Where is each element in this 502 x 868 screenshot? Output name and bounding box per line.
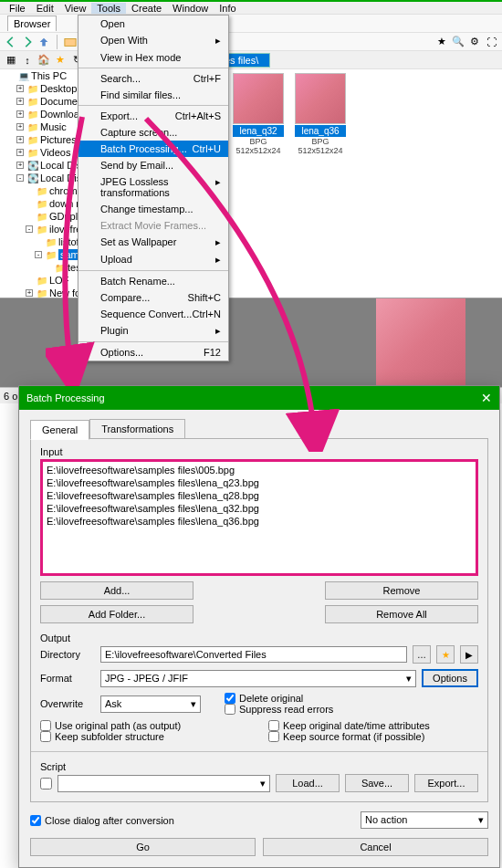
keep-source-format-checkbox[interactable]: [268, 731, 279, 742]
next-dir-icon[interactable]: ▶: [460, 645, 478, 664]
favorite-dir-icon[interactable]: ★: [436, 645, 455, 664]
menu-item[interactable]: Batch Processing...Ctrl+U: [78, 141, 228, 157]
keep-date-checkbox[interactable]: [268, 720, 279, 731]
overwrite-select[interactable]: Ask▾: [100, 695, 201, 713]
thumbnail[interactable]: lena_q36BPG512x512x24: [295, 73, 346, 155]
menu-item[interactable]: JPEG Lossless transformations▸: [78, 173, 228, 201]
tab-general[interactable]: General: [30, 420, 89, 440]
menu-item[interactable]: Open With▸: [78, 32, 228, 49]
folder-icon[interactable]: [63, 35, 78, 49]
go-button[interactable]: Go: [30, 838, 256, 856]
star-icon[interactable]: ★: [434, 35, 449, 49]
menu-item[interactable]: Options...F12: [78, 344, 228, 361]
script-checkbox[interactable]: [40, 778, 52, 790]
menu-item[interactable]: Capture screen...: [78, 124, 228, 141]
input-file-list[interactable]: E:\ilovefreesoftware\samples files\005.b…: [40, 459, 478, 576]
menu-create[interactable]: Create: [126, 3, 167, 14]
preview-pane: [0, 298, 502, 387]
directory-field[interactable]: E:\ilovefreesoftware\Converted Files: [100, 646, 407, 663]
view-icon[interactable]: ▦: [4, 53, 18, 68]
save-script-button[interactable]: Save...: [345, 774, 409, 792]
menu-item[interactable]: Set as Wallpaper▸: [78, 234, 228, 251]
menu-item[interactable]: Extract Movie Frames...: [78, 217, 228, 234]
menu-info[interactable]: Info: [214, 3, 241, 14]
batch-processing-dialog: Batch Processing ✕ General Transformatio…: [18, 385, 500, 868]
tab-transformations[interactable]: Transformations: [89, 419, 185, 439]
chevron-down-icon: ▾: [478, 814, 484, 826]
suppress-errors-checkbox[interactable]: [225, 704, 235, 715]
original-path-checkbox[interactable]: [40, 720, 51, 731]
menu-item[interactable]: Search...Ctrl+F: [78, 70, 228, 87]
list-item[interactable]: E:\ilovefreesoftware\samples files\lena_…: [47, 489, 472, 502]
fullscreen-icon[interactable]: ⛶: [484, 35, 498, 49]
list-item[interactable]: E:\ilovefreesoftware\samples files\005.b…: [47, 464, 472, 476]
tab-browser[interactable]: Browser: [7, 16, 57, 31]
menu-item[interactable]: Sequence Convert...Ctrl+N: [78, 306, 228, 322]
script-label: Script: [40, 761, 478, 772]
menu-item[interactable]: Batch Rename...: [78, 273, 228, 289]
sort-icon[interactable]: ↕: [20, 53, 35, 68]
dialog-tabs: General Transformations: [30, 419, 488, 439]
browse-button[interactable]: …: [413, 645, 431, 664]
input-label: Input: [40, 446, 478, 457]
thumbnail[interactable]: lena_q32BPG512x512x24: [233, 73, 284, 155]
menu-edit[interactable]: Edit: [31, 3, 59, 14]
zoom-icon[interactable]: 🔍: [451, 35, 465, 49]
menu-item[interactable]: Export...Ctrl+Alt+S: [78, 108, 228, 124]
list-item[interactable]: E:\ilovefreesoftware\samples files\lena_…: [47, 515, 472, 528]
menu-item[interactable]: Plugin▸: [78, 322, 228, 340]
chevron-down-icon: ▾: [406, 673, 412, 685]
menu-tools[interactable]: Tools: [91, 3, 126, 14]
svg-rect-0: [65, 38, 76, 46]
menu-item[interactable]: Compare...Shift+C: [78, 289, 228, 306]
menu-item[interactable]: Find similar files...: [78, 87, 228, 103]
content-area: 💻This PC+📁Desktop+📁Documents+📁Downloads+…: [0, 69, 502, 298]
gear-icon[interactable]: ⚙: [467, 35, 482, 49]
load-script-button[interactable]: Load...: [276, 774, 340, 792]
menu-item[interactable]: Upload▸: [78, 251, 228, 268]
back-icon[interactable]: [4, 35, 18, 49]
list-item[interactable]: E:\ilovefreesoftware\samples files\lena_…: [47, 476, 472, 489]
menu-item[interactable]: Send by Email...: [78, 157, 228, 173]
add-button[interactable]: Add...: [40, 581, 193, 600]
close-icon[interactable]: ✕: [481, 391, 492, 405]
up-icon[interactable]: [37, 35, 51, 49]
keep-subfolder-checkbox[interactable]: [40, 731, 51, 742]
preview-image: [376, 298, 465, 388]
address-bar: ▦ ↕ 🏠 ★ ↻ ⊗ E:\ilovefreesoftware\samples…: [0, 51, 502, 69]
script-select[interactable]: ▾: [58, 775, 270, 792]
menu-file[interactable]: File: [4, 3, 31, 14]
close-after-checkbox[interactable]: [30, 815, 41, 826]
menu-bar: FileEditViewToolsCreateWindowInfo: [0, 0, 502, 15]
fav-icon[interactable]: ★: [53, 53, 68, 68]
menu-item[interactable]: Open: [78, 16, 228, 32]
export-script-button[interactable]: Export...: [414, 774, 478, 792]
format-label: Format: [40, 673, 95, 684]
tab-row: Browser: [0, 15, 502, 33]
menu-item[interactable]: View in Hex mode: [78, 49, 228, 66]
dialog-title: Batch Processing: [26, 392, 105, 403]
directory-label: Directory: [40, 649, 95, 660]
dialog-titlebar: Batch Processing ✕: [19, 386, 499, 410]
options-button[interactable]: Options: [422, 669, 478, 687]
chevron-down-icon: ▾: [191, 698, 196, 710]
format-select[interactable]: JPG - JPEG / JFIF▾: [100, 670, 416, 687]
overwrite-label: Overwrite: [40, 698, 95, 709]
list-item[interactable]: E:\ilovefreesoftware\samples files\lena_…: [47, 502, 472, 515]
delete-original-checkbox[interactable]: [225, 693, 235, 704]
tools-menu: OpenOpen With▸View in Hex modeSearch...C…: [78, 15, 229, 361]
remove-all-button[interactable]: Remove All: [325, 605, 478, 623]
output-label: Output: [40, 633, 478, 643]
cancel-button[interactable]: Cancel: [263, 838, 488, 856]
home-icon[interactable]: 🏠: [37, 53, 51, 68]
remove-button[interactable]: Remove: [325, 581, 478, 600]
main-toolbar: ✂ ★ 🔍 ⚙ ⛶: [0, 33, 502, 51]
post-action-select[interactable]: No action▾: [361, 811, 488, 829]
chevron-down-icon: ▾: [260, 778, 266, 790]
forward-icon[interactable]: [20, 35, 35, 49]
menu-view[interactable]: View: [59, 3, 92, 14]
add-folder-button[interactable]: Add Folder...: [40, 605, 193, 623]
menu-item[interactable]: Change timestamp...: [78, 201, 228, 217]
menu-window[interactable]: Window: [167, 3, 214, 14]
